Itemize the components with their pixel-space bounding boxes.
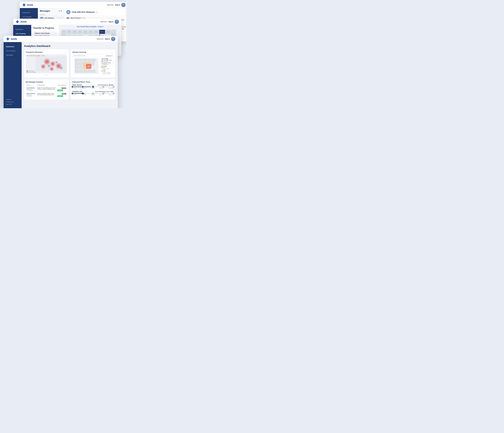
assign-button-1[interactable]: ASSIGN [57,90,63,91]
patient-cell-2: James McCoy 03/08/1981 0765894380 [26,92,36,98]
pagination: ● ● [26,74,67,76]
now-viewing-title: Now Viewing [102,58,114,59]
svg-rect-1 [23,4,26,5]
svg-rect-35 [75,66,79,69]
transporter-card-icon[interactable]: ○ [65,51,67,54]
label-surgery-chandra: Surgery [91,94,95,95]
viewer-4: Villanueva, ... ✕ [102,64,114,65]
avatar [121,3,126,7]
chat-person: Erin Simpson [81,11,95,13]
svg-point-19 [47,64,51,68]
stage-dot-2-dana [82,86,83,88]
logo-icon [22,3,26,7]
svg-point-6 [116,20,118,22]
progress-track-chandra: ▶ [72,93,114,94]
hot-zones-title: Hot Zones [102,65,114,67]
patient-label: Patient: Carrie Norton [35,32,50,34]
logo-tracking: Juxta [16,20,27,24]
sidebar-livetracking-item[interactable]: Live Tracking [4,49,22,53]
logo: Juxta [22,3,33,7]
hz3-level: Medium Potential [102,72,114,73]
label-dropoff2-dana: Drop Off 2 [109,88,114,89]
heatmap-legend: Areas of Need Current Locations [27,70,36,73]
ert-name-chandra: Chandra Law [72,91,82,92]
patient-cell-1: Carrie Norton 10/29/1974 0765894380 [26,86,36,92]
svg-rect-36 [79,66,83,69]
svg-rect-26 [88,59,91,62]
logo-text-dashboard: Juxta [10,37,17,40]
header-welcome: Welcome, Miguel [107,3,126,7]
col-suggestion: Bed Suggestion [57,84,67,86]
progress-fill-dana [72,87,91,87]
label-dropoff1-dana: Drop Off 1 [81,88,87,89]
considerations-cell-2: needs immediate surgery; place near east… [36,92,57,98]
heatmap-grid [35,54,67,74]
svg-point-18 [41,64,46,69]
msg1-sender: Miguel Rodrigues [71,17,81,19]
bed-number-2: 3209 [57,93,66,95]
infection-time-value: 24 hours [106,55,111,56]
remove-viewer-2[interactable]: ✕ [113,61,114,62]
svg-rect-5 [16,21,19,22]
infection-card-icon[interactable]: ○ [111,51,114,54]
room-6107: 6107 [67,30,72,34]
svg-rect-25 [83,59,87,62]
bed-manager-card: Bed Manager Assistant ○ Patient Consider… [24,79,69,100]
col-considerations: Considerations [36,84,57,86]
ert-card-icon[interactable]: ○ [111,81,114,83]
compass-icon: N [64,70,66,73]
viewer-3: Johnston, Darius ✕ [102,62,114,64]
svg-point-10 [112,37,114,39]
patient-name-2: James McCoy [27,93,36,94]
sidebar-item-live-tracking[interactable]: Live Tracking [20,15,38,19]
stage-dot-5-dana [113,86,114,88]
svg-rect-28 [75,62,79,65]
svg-rect-37 [75,70,79,73]
svg-rect-23 [75,59,79,62]
patient-dob-1: 10/29/1974 [27,89,36,90]
room-6108: 6108 [72,30,77,34]
bed-card-icon[interactable]: ○ [65,81,67,83]
ert-row-chandra: Chandra Law Time Remaining: 1 hr. 7 min. [72,91,114,92]
stage-dot-5-chandra [113,93,114,94]
svg-rect-9 [6,38,9,39]
sidebar-tracking-dashboard[interactable]: Dashboard [13,27,31,31]
stage-dot-3-chandra [92,93,94,94]
stage-dot-1-dana [72,86,73,88]
bed-number-1: 9201 [57,87,66,89]
infection-timeframe[interactable]: 24 hours ▾ [105,54,114,57]
signout-link[interactable]: Sign Out [6,103,19,106]
username-dashboard: Miguel [105,38,110,40]
compose-icon[interactable]: ✎ [61,10,62,12]
ert-time-chandra: Time Remaining: 1 hr. 7 min. [95,91,114,92]
remove-viewer-3[interactable]: ✕ [113,62,114,64]
filter-icon[interactable]: ≡ [59,10,60,12]
viewer-1-name: Smith-Wills, Gayle [103,60,112,61]
label-dropoff2-chandra: Drop Off 2 [109,94,114,95]
heatmap-svg [35,54,67,74]
chevron-down-icon: ▾ [112,55,112,56]
svg-rect-39 [83,70,87,73]
infection-search: Enter Patient Name... ✓ 24 hours ▾ [72,54,114,57]
msg1-time: 8:21 AM [81,17,85,19]
sidebar-dashboard-item[interactable]: Dashboard [4,45,22,49]
welcome-prefix-dashboard: Welcome, [97,38,104,40]
infection-input[interactable]: Enter Patient Name... ✓ [72,54,104,57]
sidebar-tracking-livetracking[interactable]: Live Tracking [13,31,31,36]
label-pickup2-dana: Pick Up 2 [99,88,104,89]
welcome-prefix-tracking: Welcome, [100,21,107,23]
settings-link[interactable]: Settings [6,98,19,101]
assign-button-2[interactable]: ASSIGN [57,95,63,97]
svg-rect-40 [88,70,91,73]
infection-map-svg: 6205 4301 [72,58,100,74]
remove-viewer-4[interactable]: ✕ [113,64,114,65]
logo-dashboard: Juxta [6,37,17,41]
room-6112: 6112 [94,30,99,34]
preferences-link[interactable]: Preferences [6,101,19,103]
remove-viewer-1[interactable]: ✕ [113,60,114,61]
sidebar-messages-item[interactable]: Messages [4,53,22,57]
sidebar-item-dashboard[interactable]: Dashboard [20,10,38,15]
ert-name-dana: Dana Jacobs [72,84,82,86]
infection-rooms: 6205 4301 [72,58,100,74]
svg-point-2 [123,3,124,5]
